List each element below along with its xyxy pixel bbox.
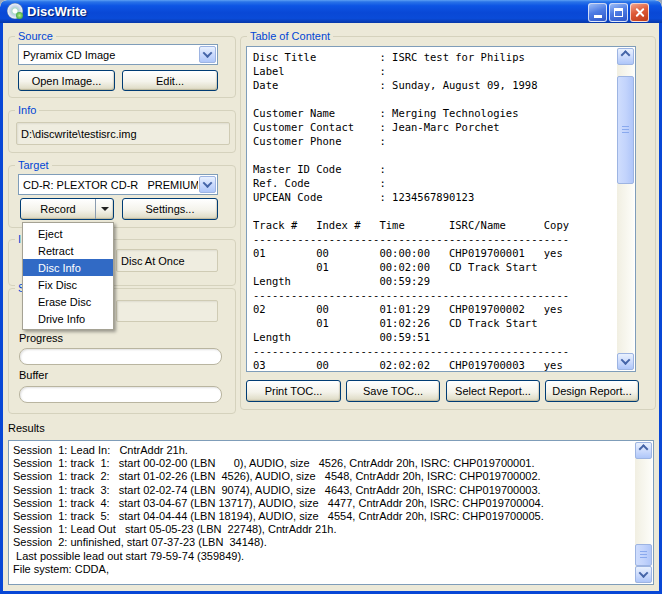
- write-mode-field: Disc At Once: [116, 249, 218, 272]
- minimize-button[interactable]: [588, 3, 607, 22]
- close-button[interactable]: [630, 3, 649, 22]
- triangle-down-icon: [101, 207, 109, 211]
- record-dropdown-arrow[interactable]: [95, 199, 113, 219]
- chevron-down-icon: [203, 178, 213, 188]
- record-split-button[interactable]: Record: [20, 198, 114, 220]
- buffer-label: Buffer: [19, 369, 48, 381]
- results-textarea[interactable]: Session 1: Lead In: CntrAddr 21h. Sessio…: [8, 440, 654, 585]
- results-scroll-thumb[interactable]: [635, 544, 652, 566]
- open-image-button[interactable]: Open Image...: [18, 70, 115, 91]
- progress-label: Progress: [19, 332, 63, 344]
- menu-item-eject[interactable]: Eject: [23, 225, 113, 242]
- target-group-label: Target: [15, 158, 52, 172]
- target-drive-combobox[interactable]: CD-R: PLEXTOR CD-R PREMIUM 1.0: [18, 174, 218, 195]
- toc-scrollbar[interactable]: [617, 48, 634, 370]
- menu-item-fix-disc[interactable]: Fix Disc: [23, 276, 113, 293]
- record-button-label[interactable]: Record: [21, 199, 95, 219]
- target-drive-value: CD-R: PLEXTOR CD-R PREMIUM 1.0: [23, 175, 198, 194]
- scroll-down-button[interactable]: [635, 566, 652, 583]
- design-report-button[interactable]: Design Report...: [545, 380, 639, 402]
- edit-button[interactable]: Edit...: [122, 70, 218, 91]
- toc-scroll-thumb[interactable]: [617, 76, 634, 184]
- close-icon: [634, 7, 645, 18]
- chevron-down-icon: [621, 355, 631, 365]
- source-group-label: Source: [15, 29, 56, 43]
- progress-bar: [19, 348, 222, 365]
- window-title: DiscWrite: [27, 4, 87, 19]
- chevron-down-icon: [203, 48, 213, 58]
- info-group-label: Info: [15, 103, 39, 117]
- toc-text[interactable]: Disc Title : ISRC test for Philips Label…: [253, 50, 617, 371]
- titlebar[interactable]: DiscWrite: [0, 0, 662, 23]
- scroll-up-button[interactable]: [617, 48, 634, 65]
- maximize-icon: [614, 8, 623, 17]
- scroll-down-button[interactable]: [617, 353, 634, 370]
- scroll-grip-icon: [640, 551, 647, 559]
- image-path-field: D:\discwrite\testisrc.img: [16, 122, 230, 145]
- chevron-up-icon: [621, 50, 631, 60]
- print-toc-button[interactable]: Print TOC...: [246, 380, 341, 402]
- results-scrollbar[interactable]: [635, 442, 652, 583]
- minimize-icon: [594, 15, 602, 18]
- results-label: Results: [8, 422, 45, 434]
- scroll-up-button[interactable]: [635, 442, 652, 459]
- menu-item-erase-disc[interactable]: Erase Disc: [23, 293, 113, 310]
- scroll-grip-icon: [622, 126, 629, 134]
- app-window: DiscWrite Source Pyramix CD Image Open I…: [0, 0, 662, 594]
- target-combo-arrow[interactable]: [199, 176, 216, 193]
- select-report-button[interactable]: Select Report...: [446, 380, 540, 402]
- source-type-value: Pyramix CD Image: [23, 45, 198, 64]
- status-field: [116, 300, 218, 322]
- buffer-bar: [19, 386, 222, 403]
- toc-textarea[interactable]: Disc Title : ISRC test for Philips Label…: [246, 46, 636, 372]
- source-combo-arrow[interactable]: [199, 46, 216, 63]
- settings-button[interactable]: Settings...: [122, 198, 218, 220]
- window-border-left: [0, 23, 3, 594]
- record-dropdown-menu: Eject Retract Disc Info Fix Disc Erase D…: [22, 222, 114, 330]
- menu-item-drive-info[interactable]: Drive Info: [23, 310, 113, 327]
- menu-item-retract[interactable]: Retract: [23, 242, 113, 259]
- chevron-down-icon: [639, 568, 649, 578]
- save-toc-button[interactable]: Save TOC...: [346, 380, 440, 402]
- source-type-combobox[interactable]: Pyramix CD Image: [18, 44, 218, 65]
- results-text[interactable]: Session 1: Lead In: CntrAddr 21h. Sessio…: [13, 444, 635, 584]
- app-disc-icon: [7, 3, 23, 19]
- toc-group-label: Table of Content: [247, 29, 333, 43]
- menu-item-disc-info[interactable]: Disc Info: [23, 259, 113, 276]
- chevron-up-icon: [639, 444, 649, 454]
- maximize-button[interactable]: [609, 3, 628, 22]
